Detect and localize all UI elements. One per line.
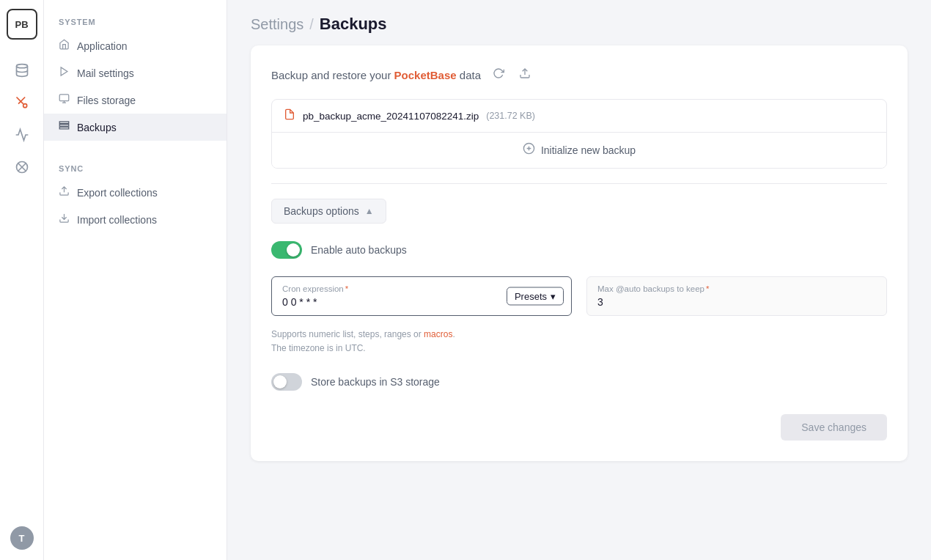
sidebar-item-backups[interactable]: Backups xyxy=(44,114,227,141)
cron-max-row: Cron expression * 0 0 * * * Presets ▾ Ma… xyxy=(271,276,887,316)
refresh-button[interactable] xyxy=(490,66,507,84)
cron-required-star: * xyxy=(345,284,348,293)
s3-toggle[interactable] xyxy=(271,373,302,391)
macros-link[interactable]: macros xyxy=(424,329,452,339)
backup-header: Backup and restore your PocketBase data xyxy=(271,66,887,84)
sidebar-item-label: Import collections xyxy=(77,214,157,226)
sidebar-item-files-storage[interactable]: Files storage xyxy=(44,86,227,114)
files-storage-icon xyxy=(59,93,70,107)
hint-line2: The timezone is in UTC. xyxy=(271,343,366,353)
file-icon xyxy=(284,108,295,123)
icon-rail: PB T xyxy=(0,0,44,560)
max-field-label: Max @auto backups to keep * xyxy=(597,284,876,293)
main-content: Settings / Backups Backup and restore yo… xyxy=(227,0,931,560)
sidebar-item-import[interactable]: Import collections xyxy=(44,206,227,233)
backup-list-box: pb_backup_acme_20241107082241.zip (231.7… xyxy=(271,99,887,169)
system-section-label: System xyxy=(44,18,227,32)
init-backup-label: Initialize new backup xyxy=(541,144,636,156)
nav-logs[interactable] xyxy=(9,122,35,148)
backup-description: Backup and restore your PocketBase data xyxy=(271,69,481,81)
init-backup-button[interactable]: Initialize new backup xyxy=(272,133,886,168)
svg-rect-11 xyxy=(59,127,69,129)
export-icon xyxy=(59,185,70,199)
auto-backup-toggle-row: Enable auto backups xyxy=(271,241,887,259)
backup-file-size: (231.72 KB) xyxy=(486,111,535,121)
cron-hint: Supports numeric list, steps, ranges or … xyxy=(271,328,887,355)
sidebar-item-label: Mail settings xyxy=(77,67,134,79)
sidebar-item-label: Export collections xyxy=(77,187,158,199)
svg-point-0 xyxy=(16,65,27,68)
s3-label: Store backups in S3 storage xyxy=(311,376,440,388)
backups-options-toggle[interactable]: Backups options ▲ xyxy=(271,199,386,224)
cron-field-box: Cron expression * 0 0 * * * Presets ▾ xyxy=(271,276,572,316)
presets-label: Presets xyxy=(515,291,547,302)
backups-icon xyxy=(59,120,70,134)
options-toggle-label: Backups options xyxy=(284,205,359,217)
import-icon xyxy=(59,213,70,226)
page-header: Settings / Backups xyxy=(227,0,931,45)
sidebar-item-label: Backups xyxy=(77,122,117,133)
sidebar: System Application Mail settings Files s… xyxy=(44,0,227,560)
nav-avatar[interactable]: T xyxy=(9,525,35,551)
hint-line1-suffix: . xyxy=(452,329,455,339)
application-icon xyxy=(59,39,70,53)
svg-marker-5 xyxy=(61,67,67,75)
breadcrumb-separator: / xyxy=(309,16,314,33)
chevron-up-icon: ▲ xyxy=(365,206,374,216)
max-field-value[interactable]: 3 xyxy=(597,296,876,308)
svg-rect-6 xyxy=(59,95,69,101)
backup-file-name: pb_backup_acme_20241107082241.zip xyxy=(303,111,479,122)
auto-backup-toggle[interactable] xyxy=(271,241,302,259)
sidebar-item-label: Application xyxy=(77,40,128,52)
svg-point-1 xyxy=(23,104,26,108)
sidebar-item-mail[interactable]: Mail settings xyxy=(44,59,227,86)
user-avatar[interactable]: T xyxy=(10,526,34,550)
hint-line1-prefix: Supports numeric list, steps, ranges or xyxy=(271,329,424,339)
page-title: Backups xyxy=(320,15,387,34)
sidebar-item-label: Files storage xyxy=(77,95,136,106)
presets-button[interactable]: Presets ▾ xyxy=(507,287,564,306)
s3-toggle-knob xyxy=(273,375,287,388)
backups-card: Backup and restore your PocketBase data … xyxy=(251,45,908,461)
nav-tools[interactable] xyxy=(9,154,35,180)
upload-button[interactable] xyxy=(516,66,534,84)
mail-icon xyxy=(59,66,70,80)
init-backup-icon xyxy=(523,142,535,158)
save-button[interactable]: Save changes xyxy=(781,414,887,441)
nav-settings[interactable] xyxy=(9,89,35,116)
s3-toggle-row: Store backups in S3 storage xyxy=(271,373,887,391)
toggle-knob xyxy=(287,243,300,257)
svg-rect-10 xyxy=(59,125,69,127)
section-divider xyxy=(271,183,887,184)
svg-rect-9 xyxy=(59,122,69,124)
sync-section-label: Sync xyxy=(44,164,227,179)
sidebar-item-application[interactable]: Application xyxy=(44,32,227,59)
auto-backup-label: Enable auto backups xyxy=(311,244,407,256)
presets-chevron-icon: ▾ xyxy=(551,291,556,302)
sidebar-item-export[interactable]: Export collections xyxy=(44,179,227,206)
max-backups-field-box: Max @auto backups to keep * 3 xyxy=(586,276,887,316)
app-logo[interactable]: PB xyxy=(7,9,37,40)
nav-database[interactable] xyxy=(9,57,35,84)
backup-file-row[interactable]: pb_backup_acme_20241107082241.zip (231.7… xyxy=(272,100,886,133)
max-required-star: * xyxy=(706,284,709,293)
save-button-row: Save changes xyxy=(271,414,887,441)
breadcrumb-parent[interactable]: Settings xyxy=(251,16,303,33)
